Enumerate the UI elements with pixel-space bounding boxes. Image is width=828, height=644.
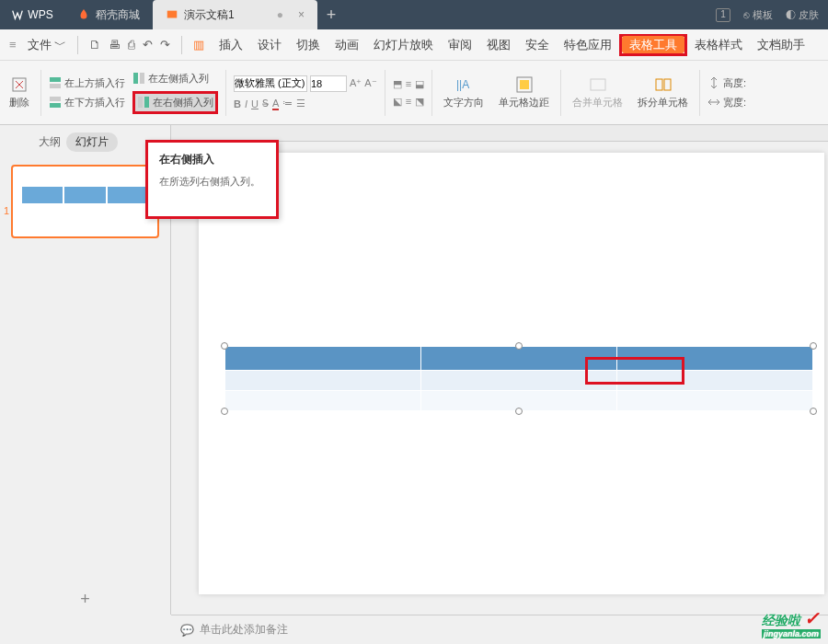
insert-row-below-button[interactable]: 在下方插入行 <box>49 96 125 109</box>
delete-button[interactable]: 删除 <box>6 75 33 109</box>
slides-tab[interactable]: 幻灯片 <box>66 132 118 152</box>
template-link[interactable]: ⎋ 模板 <box>743 8 773 22</box>
table[interactable] <box>224 346 813 411</box>
menu-security[interactable]: 安全 <box>518 37 557 53</box>
menu-slideshow[interactable]: 幻灯片放映 <box>366 37 441 53</box>
slide[interactable] <box>199 153 824 594</box>
increase-font-icon[interactable]: A⁺ <box>350 77 362 89</box>
italic-button[interactable]: I <box>245 98 247 109</box>
font-color-button[interactable]: A <box>272 98 279 110</box>
print-icon[interactable]: 🖶 <box>109 38 121 52</box>
height-label: 高度: <box>723 76 746 90</box>
menu-transition[interactable]: 切换 <box>289 37 328 53</box>
table-container[interactable] <box>224 346 813 411</box>
menu-design[interactable]: 设计 <box>250 37 289 53</box>
insert-row-group: 在上方插入行 在下方插入行 <box>49 76 125 109</box>
insert-col-left-button[interactable]: 在左侧插入列 <box>132 72 218 86</box>
menu-view[interactable]: 视图 <box>479 37 518 53</box>
menu-doc-helper[interactable]: 文档助手 <box>750 37 812 53</box>
notif-count[interactable]: 1 <box>716 8 730 22</box>
notes-icon[interactable]: 💬 <box>180 624 194 637</box>
separator <box>385 70 385 116</box>
underline-button[interactable]: U <box>251 98 259 109</box>
insert-row-above-button[interactable]: 在上方插入行 <box>49 76 125 90</box>
merge-cells-button[interactable]: 合并单元格 <box>569 75 627 109</box>
row-above-icon <box>49 76 62 89</box>
resize-handle[interactable] <box>515 408 523 415</box>
resize-handle[interactable] <box>515 342 523 350</box>
dirty-dot: ● <box>277 8 283 21</box>
add-tab[interactable]: + <box>317 6 345 25</box>
width-icon <box>707 96 720 109</box>
app-name: WPS <box>28 8 52 21</box>
col-left-icon <box>132 72 145 85</box>
quick-access: 🗋 🖶 ⎙ ↶ ↷ <box>82 38 178 52</box>
align-bottom-icon[interactable]: ⬓ <box>415 78 424 90</box>
add-slide-button[interactable]: + <box>0 590 170 609</box>
cell-margin-button[interactable]: 单元格边距 <box>495 75 553 109</box>
menu-review[interactable]: 审阅 <box>441 37 479 53</box>
bold-button[interactable]: B <box>234 98 241 109</box>
align-right-icon[interactable]: ⬔ <box>415 96 424 108</box>
app-logo[interactable]: WPS <box>0 8 64 21</box>
svg-rect-14 <box>520 80 529 89</box>
strike-button[interactable]: S̶ <box>262 98 269 109</box>
svg-rect-5 <box>50 84 61 88</box>
col-right-icon <box>137 96 150 109</box>
save-icon[interactable]: 🗋 <box>89 38 101 52</box>
svg-rect-17 <box>664 79 671 90</box>
undo-icon[interactable]: ↶ <box>143 38 153 52</box>
font-name-input[interactable] <box>234 75 307 92</box>
align-middle-icon[interactable]: ≡ <box>406 78 411 89</box>
svg-rect-16 <box>656 79 662 90</box>
align-left-icon[interactable]: ⬕ <box>393 96 402 108</box>
menu-animation[interactable]: 动画 <box>328 37 366 53</box>
format-row: B I U S̶ A ≔ ☰ <box>234 98 377 110</box>
notes-placeholder[interactable]: 单击此处添加备注 <box>200 622 288 638</box>
menu-table-style[interactable]: 表格样式 <box>687 37 750 53</box>
menu-table-tools[interactable]: 表格工具 <box>622 36 684 53</box>
resize-handle[interactable] <box>221 408 228 415</box>
resize-handle[interactable] <box>810 408 817 415</box>
split-cells-button[interactable]: 拆分单元格 <box>634 75 692 109</box>
width-button[interactable]: 宽度: <box>707 96 746 109</box>
svg-rect-4 <box>50 77 61 82</box>
align-center-icon[interactable]: ≡ <box>406 96 411 107</box>
decrease-font-icon[interactable]: A⁻ <box>364 77 376 89</box>
svg-rect-9 <box>140 73 144 84</box>
font-size-input[interactable] <box>310 75 347 92</box>
merge-icon <box>589 75 607 94</box>
resize-handle[interactable] <box>810 342 817 350</box>
table-header-row[interactable] <box>225 347 813 371</box>
align-top-icon[interactable]: ⬒ <box>393 78 402 90</box>
file-menu[interactable]: 文件 ﹀ <box>20 37 74 53</box>
menu-insert[interactable]: 插入 <box>212 37 250 53</box>
resize-handle[interactable] <box>221 342 228 350</box>
skin-link[interactable]: ◐ 皮肤 <box>786 8 819 22</box>
font-group: A⁺ A⁻ B I U S̶ A ≔ ☰ <box>234 75 377 110</box>
redo-icon[interactable]: ↷ <box>160 38 170 52</box>
text-direction-button[interactable]: ||A 文字方向 <box>440 75 488 109</box>
start-tab-icon[interactable]: ▥ <box>186 38 212 52</box>
size-group: 高度: 宽度: <box>707 76 746 109</box>
insert-col-left-label: 在左侧插入列 <box>148 72 209 86</box>
height-button[interactable]: 高度: <box>707 76 746 90</box>
statusbar: 💬 单击此处添加备注 <box>171 615 828 644</box>
numbering-button[interactable]: ☰ <box>296 98 305 109</box>
table-row[interactable] <box>225 371 813 391</box>
menu-special[interactable]: 特色应用 <box>557 37 619 53</box>
insert-row-above-label: 在上方插入行 <box>64 76 125 90</box>
menu-icon[interactable]: ≡ <box>6 38 20 52</box>
insert-col-right-button[interactable]: 在右侧插入列 <box>132 91 218 114</box>
preview-icon[interactable]: ⎙ <box>128 38 135 52</box>
wps-icon <box>11 8 24 21</box>
bullets-button[interactable]: ≔ <box>282 98 293 109</box>
ribbon: 删除 在上方插入行 在下方插入行 在左侧插入列 在右侧插入列 A⁺ A⁻ <box>0 61 828 125</box>
tab-document[interactable]: 演示文稿1 ● × <box>153 0 317 29</box>
insert-row-below-label: 在下方插入行 <box>64 96 125 109</box>
close-icon[interactable]: × <box>298 8 305 21</box>
slide-thumbnail[interactable] <box>11 165 159 238</box>
outline-tab[interactable]: 大纲 <box>39 134 61 150</box>
tab-store[interactable]: 稻壳商城 <box>64 0 153 29</box>
separator <box>181 36 182 54</box>
